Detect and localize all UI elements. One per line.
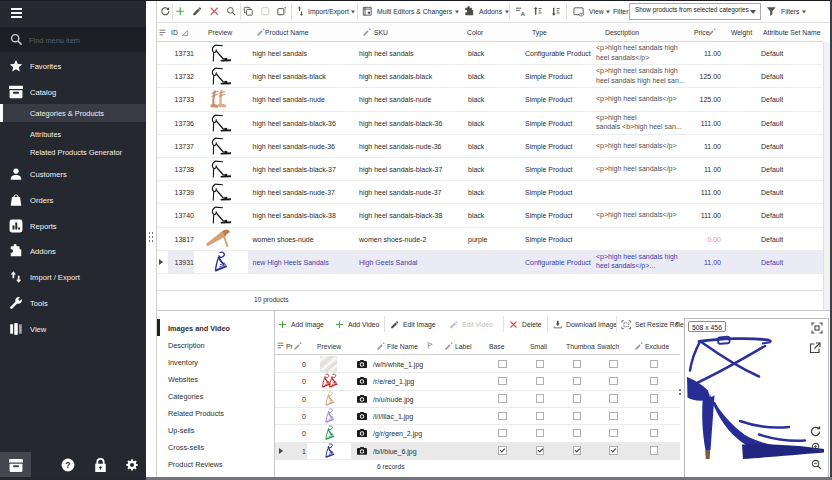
svg-text:A: A <box>521 11 525 17</box>
svg-text:?: ? <box>65 460 70 470</box>
